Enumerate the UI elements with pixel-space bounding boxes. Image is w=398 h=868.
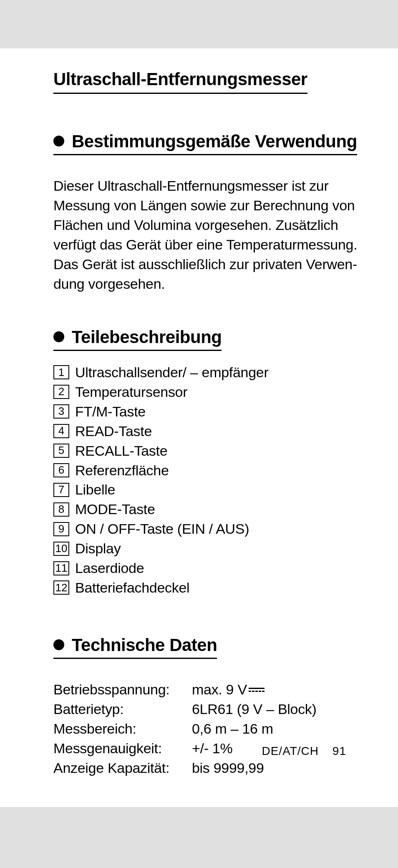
intended-use-text: Dieser Ultraschall-Entfernungsmesser ist… <box>53 176 360 293</box>
list-item: 3FT/M-Taste <box>53 402 360 421</box>
specs-table: Betriebsspannung:max. 9 VBatterietyp:6LR… <box>53 680 360 778</box>
spec-row: Messbereich:0,6 m – 16 m <box>53 719 360 739</box>
footer-region: DE/AT/CH <box>262 744 319 757</box>
section-header-intended-use: Bestimmungsgemäße Verwendung <box>53 131 357 155</box>
part-label: Ultraschallsender/ – empfänger <box>75 363 268 382</box>
part-number-box: 10 <box>53 542 69 556</box>
manual-page: Ultraschall-Entfernungsmesser Bestimmung… <box>0 48 398 807</box>
part-label: Libelle <box>75 480 115 500</box>
bullet-icon <box>53 639 64 650</box>
list-item: 5RECALL-Taste <box>53 441 360 461</box>
part-number-box: 12 <box>53 580 69 595</box>
spec-value: 6LR61 (9 V – Block) <box>192 699 317 719</box>
part-number-box: 4 <box>53 424 69 438</box>
spec-row: Anzeige Kapazität:bis 9999,99 <box>53 758 360 778</box>
spec-label: Betriebsspannung: <box>53 680 192 699</box>
footer-page-number: 91 <box>333 744 346 757</box>
parts-list: 1Ultraschallsender/ – empfänger2Temperat… <box>53 363 360 598</box>
spec-label: Messbereich: <box>53 719 192 739</box>
list-item: 11Laserdiode <box>53 558 360 578</box>
list-item: 4READ-Taste <box>53 421 360 441</box>
spec-label: Messgenauigkeit: <box>53 739 192 758</box>
page-title: Ultraschall-Entfernungsmesser <box>53 69 307 94</box>
part-label: READ-Taste <box>75 421 152 441</box>
spec-label: Batterietyp: <box>53 699 192 719</box>
bullet-icon <box>53 136 64 146</box>
part-number-box: 9 <box>53 522 69 536</box>
part-number-box: 7 <box>53 483 69 497</box>
part-label: Laserdiode <box>75 558 144 578</box>
part-number-box: 3 <box>53 404 69 419</box>
section-title: Technische Daten <box>72 635 217 655</box>
list-item: 8MODE-Taste <box>53 500 360 519</box>
spec-value: max. 9 V <box>192 680 264 699</box>
part-label: Temperatursensor <box>75 382 187 402</box>
part-number-box: 8 <box>53 502 69 517</box>
section-title: Teilebeschreibung <box>72 327 222 347</box>
list-item: 12Batteriefachdeckel <box>53 578 360 598</box>
spec-value: 0,6 m – 16 m <box>192 719 273 739</box>
part-number-box: 11 <box>53 561 69 575</box>
section-header-parts: Teilebeschreibung <box>53 327 222 351</box>
part-number-box: 5 <box>53 444 69 458</box>
list-item: 9ON / OFF-Taste (EIN / AUS) <box>53 519 360 539</box>
list-item: 6Referenzfläche <box>53 461 360 480</box>
part-number-box: 2 <box>53 385 69 399</box>
dc-voltage-icon <box>249 688 264 692</box>
part-label: FT/M-Taste <box>75 402 146 421</box>
section-header-specs: Technische Daten <box>53 635 217 659</box>
bullet-icon <box>53 331 64 342</box>
list-item: 2Temperatursensor <box>53 382 360 402</box>
part-label: MODE-Taste <box>75 500 155 519</box>
part-number-box: 1 <box>53 365 69 379</box>
part-label: Display <box>75 539 121 558</box>
spec-label: Anzeige Kapazität: <box>53 758 192 778</box>
list-item: 10Display <box>53 539 360 558</box>
spec-value: bis 9999,99 <box>192 758 264 778</box>
spec-row: Batterietyp:6LR61 (9 V – Block) <box>53 699 360 719</box>
part-label: RECALL-Taste <box>75 441 167 461</box>
spec-value: +/- 1% <box>192 739 232 758</box>
part-label: Batteriefachdeckel <box>75 578 189 598</box>
part-number-box: 6 <box>53 463 69 477</box>
page-footer: DE/AT/CH 91 <box>262 744 346 758</box>
list-item: 7Libelle <box>53 480 360 500</box>
list-item: 1Ultraschallsender/ – empfänger <box>53 363 360 382</box>
part-label: ON / OFF-Taste (EIN / AUS) <box>75 519 249 539</box>
spec-row: Betriebsspannung:max. 9 V <box>53 680 360 699</box>
section-title: Bestimmungsgemäße Verwendung <box>72 131 357 151</box>
part-label: Referenzfläche <box>75 461 169 480</box>
